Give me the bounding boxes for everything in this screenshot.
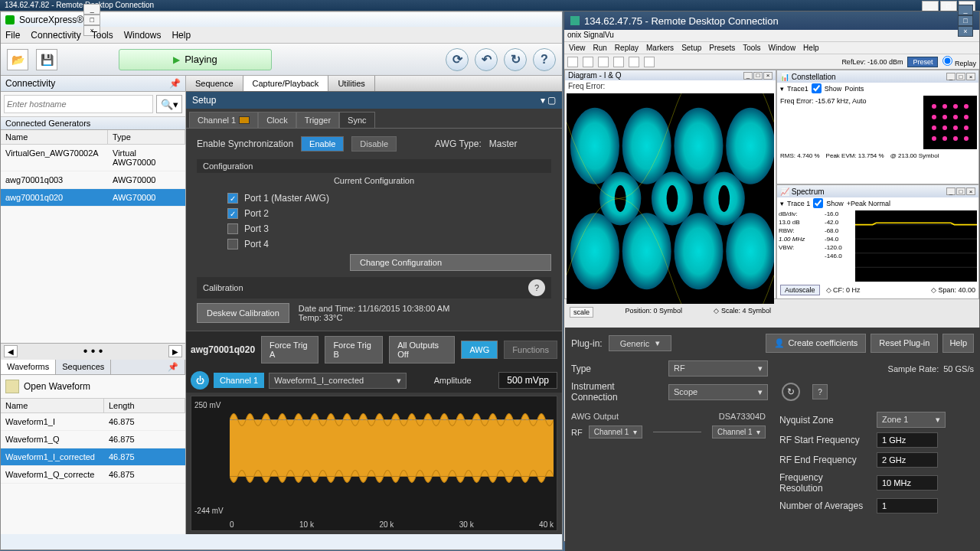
port3-check[interactable] [227, 223, 238, 234]
tb2-1[interactable] [567, 57, 578, 67]
port1-check[interactable]: ✓ [227, 193, 238, 204]
tb2-4[interactable] [613, 57, 624, 67]
outer-max[interactable]: □ [940, 1, 957, 11]
port2-check[interactable]: ✓ [227, 208, 238, 219]
open-icon[interactable]: 📂 [7, 49, 28, 70]
col-type[interactable]: Type [108, 130, 185, 144]
rf-start-input[interactable]: 1 GHz [877, 432, 938, 448]
round-btn-1[interactable]: ⟳ [446, 48, 469, 71]
spectrum-plot[interactable] [855, 210, 977, 282]
setup-tab-trigger[interactable]: Trigger [296, 112, 339, 128]
reset-plugin-button[interactable]: Reset Plug-in [871, 334, 938, 353]
tab-utilities[interactable]: Utilities [328, 76, 374, 91]
enable-button[interactable]: Enable [301, 136, 344, 152]
eye-min[interactable]: _ [743, 72, 753, 80]
eye-diagram[interactable] [567, 93, 774, 304]
setup-tab-ch1[interactable]: Channel 1 [189, 112, 258, 128]
open-waveform-button[interactable]: Open Waveform [1, 375, 185, 399]
m-markers[interactable]: Markers [646, 44, 674, 52]
disable-button[interactable]: Disable [351, 136, 397, 152]
plugin-help-button[interactable]: Help [942, 334, 974, 353]
nav-left[interactable]: ◀ [4, 345, 18, 357]
min-button[interactable]: _ [83, 4, 100, 15]
rf-end-input[interactable]: 2 GHz [877, 452, 938, 468]
power-icon[interactable]: ⏻ [191, 371, 209, 390]
spec-show-check[interactable] [813, 198, 823, 208]
plugin-select[interactable]: Generic ▾ [609, 335, 672, 351]
autoscale-button[interactable]: Autoscale [780, 285, 820, 295]
c-max[interactable]: □ [956, 73, 965, 80]
s-close[interactable]: × [966, 187, 975, 195]
spec-trace[interactable]: Trace 1 [787, 200, 810, 207]
round-btn-2[interactable]: ↶ [475, 48, 498, 71]
channel-1-label[interactable]: Channel 1 [214, 373, 264, 388]
change-config-button[interactable]: Change Configuration [350, 254, 551, 271]
menu-help[interactable]: Help [172, 30, 191, 41]
trace-select[interactable]: Trace1 [787, 85, 808, 93]
tab-sequences[interactable]: Sequences [56, 360, 111, 374]
replay-radio[interactable] [942, 56, 952, 66]
tb2-2[interactable] [583, 57, 593, 67]
round-btn-3[interactable]: ↻ [504, 48, 527, 71]
pin-icon[interactable]: 📌 [169, 78, 181, 89]
outer-min[interactable]: _ [922, 1, 939, 11]
tab-sequence[interactable]: Sequence [186, 76, 243, 91]
gen-row[interactable]: VirtualGen_AWG70002AVirtual AWG70000 [1, 145, 185, 171]
col-name[interactable]: Name [1, 130, 108, 144]
nyq-select[interactable]: Zone 1▾ [877, 412, 946, 428]
c-close[interactable]: × [966, 73, 975, 80]
r-min[interactable]: _ [958, 5, 973, 15]
wf-row[interactable]: Waveform1_Q46.875 [1, 431, 185, 448]
awg-button[interactable]: AWG [461, 341, 498, 359]
functions-button[interactable]: Functions [504, 341, 557, 359]
s-min[interactable]: _ [946, 187, 956, 195]
amplitude-value[interactable]: 500 mVpp [498, 372, 557, 389]
menu-tools[interactable]: Tools [92, 30, 113, 41]
preset-button[interactable]: Preset [907, 57, 938, 67]
scale-button[interactable]: scale [570, 307, 593, 318]
refresh-icon[interactable]: ↻ [782, 383, 800, 401]
wf-col-name[interactable]: Name [1, 399, 104, 412]
force-trig-a[interactable]: Force Trig A [261, 336, 318, 364]
wf-col-len[interactable]: Length [104, 399, 185, 412]
menu-windows[interactable]: Windows [124, 30, 162, 41]
save-icon[interactable]: 💾 [36, 49, 57, 70]
m-setup[interactable]: Setup [681, 44, 701, 52]
waveform-select[interactable]: Waveform1_I_corrected▾ [269, 373, 407, 389]
eye-max[interactable]: □ [753, 72, 763, 80]
wf-pin-icon[interactable]: 📌 [162, 360, 185, 374]
all-outputs-off[interactable]: All Outputs Off [389, 336, 455, 364]
m-view[interactable]: View [569, 44, 586, 52]
show-check[interactable] [812, 83, 822, 93]
menu-file[interactable]: File [5, 30, 20, 41]
m-help[interactable]: Help [803, 44, 819, 52]
tab-capture[interactable]: Capture/Playback [243, 76, 329, 91]
rf-ch-a[interactable]: Channel 1▾ [589, 425, 642, 439]
tb2-5[interactable] [629, 57, 639, 67]
m-replay[interactable]: Replay [615, 44, 639, 52]
r-close[interactable]: × [958, 26, 973, 37]
deskew-button[interactable]: Deskew Calibration [197, 303, 289, 323]
tb2-6[interactable] [644, 57, 655, 67]
menu-connectivity[interactable]: Connectivity [31, 30, 80, 41]
c-min[interactable]: _ [946, 73, 956, 80]
tb2-3[interactable] [598, 57, 609, 67]
max-button[interactable]: □ [83, 15, 100, 25]
s-max[interactable]: □ [956, 187, 965, 195]
wf-row-selected[interactable]: Waveform1_I_corrected46.875 [1, 448, 185, 466]
m-run[interactable]: Run [593, 44, 607, 52]
avg-input[interactable]: 1 [877, 498, 938, 514]
type-select[interactable]: RF▾ [668, 360, 768, 377]
m-tools[interactable]: Tools [743, 44, 760, 52]
hostname-input[interactable] [4, 95, 153, 113]
wf-row[interactable]: Waveform1_Q_correcte46.875 [1, 466, 185, 484]
gen-row[interactable]: awg70001q003AWG70000 [1, 171, 185, 189]
calib-help[interactable]: ? [528, 279, 545, 296]
r-max[interactable]: □ [958, 15, 973, 26]
tab-waveforms[interactable]: Waveforms [1, 360, 56, 374]
nav-right[interactable]: ▶ [168, 345, 182, 357]
instr-select[interactable]: Scope▾ [668, 384, 768, 400]
m-window[interactable]: Window [769, 44, 796, 52]
waveform-plot[interactable]: 250 mV -244 mV 0 10 k 20 k 30 k 40 k [191, 396, 557, 531]
play-button[interactable]: ▶Playing [119, 49, 272, 70]
